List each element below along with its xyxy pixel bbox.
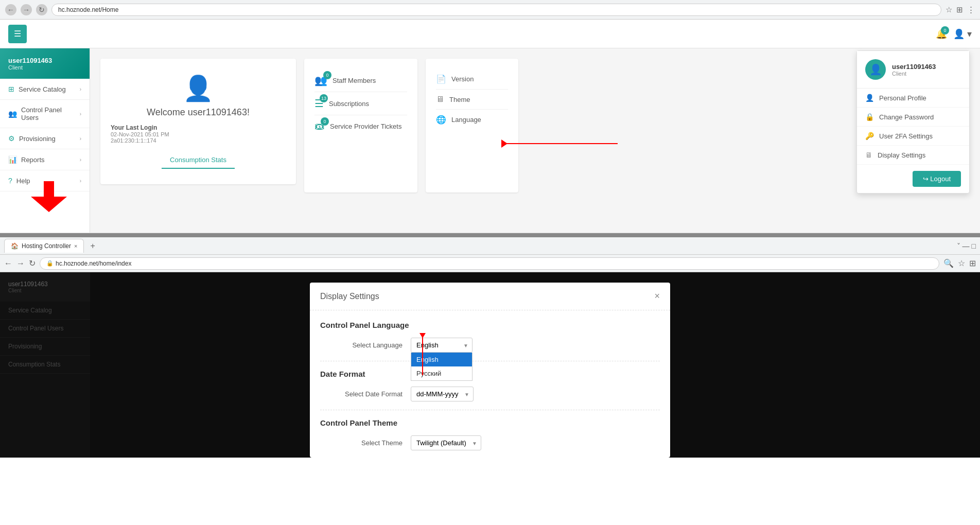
tab-hosting-controller[interactable]: 🏠 Hosting Controller × — [4, 239, 84, 253]
sidebar-item-provisioning[interactable]: ⚙ Provisioning › — [0, 128, 90, 149]
tickets-badge: 0 — [321, 117, 329, 126]
forward-button-2[interactable]: → — [16, 259, 25, 268]
screenshot-top: ☰ 🔔 0 👤 ▾ user11091463 Client ⊞ Service … — [0, 20, 980, 233]
notification-badge: 0 — [941, 26, 949, 34]
notification-button[interactable]: 🔔 0 — [936, 28, 947, 40]
consumption-stats-tab[interactable]: Consumption Stats — [162, 152, 235, 169]
extensions-icon-2[interactable]: ⊞ — [969, 258, 976, 268]
settings-item-version[interactable]: 📄 Version — [436, 69, 508, 90]
theme-select[interactable]: Twilight (Default) — [411, 435, 481, 450]
dropdown-item-2fa[interactable]: 🔑 User 2FA Settings — [857, 127, 969, 146]
refresh-button-2[interactable]: ↻ — [29, 258, 36, 268]
sidebar-label-provisioning: Provisioning — [19, 135, 56, 143]
top-nav: ☰ 🔔 0 👤 ▾ — [0, 20, 980, 48]
logout-button[interactable]: ↪ Logout — [913, 171, 961, 187]
sidebar-item-service-catalog[interactable]: ⊞ Service Catalog › — [0, 79, 90, 100]
sidebar-label-reports: Reports — [21, 156, 45, 164]
sidebar-username: user11091463 — [8, 57, 81, 64]
modal-divider-2 — [320, 410, 660, 410]
dropdown-item-personal-profile[interactable]: 👤 Personal Profile — [857, 89, 969, 108]
subscriptions-badge: 13 — [320, 94, 328, 102]
extensions-icon[interactable]: ⊞ — [956, 5, 963, 14]
browser-url-bar-2: ← → ↻ 🔒 hc.hoznode.net/home/index 🔍 ☆ ⊞ — [0, 255, 980, 272]
tab-list-button[interactable]: ˅ — [957, 242, 960, 250]
theme-field: Select Theme Twilight (Default) ▼ — [320, 435, 660, 450]
display-settings-modal: Display Settings × Control Panel Languag… — [310, 283, 670, 458]
tickets-label: Service Provider Tickets — [330, 122, 401, 130]
user-dropdown-role: Client — [892, 71, 936, 77]
main-content: 👤 Welcome user11091463! Your Last Login … — [90, 48, 980, 233]
last-login-date: 02-Nov-2021 05:01 PM — [111, 131, 286, 137]
date-section-title: Date Format — [320, 370, 660, 378]
url-bar[interactable]: hc.hoznode.net/Home — [51, 4, 941, 16]
settings-item-theme[interactable]: 🖥 Theme — [436, 90, 508, 110]
date-select-wrapper: dd-MMM-yyyy ▼ — [411, 387, 474, 401]
sidebar-item-control-panel-users[interactable]: 👥 Control Panel Users › — [0, 100, 90, 128]
subscriptions-icon: ☰ 13 — [314, 97, 324, 110]
settings-card: 📄 Version 🖥 Theme 🌐 Language — [426, 59, 518, 192]
logout-label: Logout — [930, 175, 951, 183]
zoom-icon[interactable]: 🔍 — [943, 258, 954, 268]
date-format-select[interactable]: dd-MMM-yyyy — [411, 387, 474, 401]
bookmark-icon[interactable]: ☆ — [946, 5, 952, 14]
staff-badge: 0 — [323, 71, 331, 79]
user-dropdown-avatar: 👤 — [865, 59, 886, 80]
settings-label-version: Version — [451, 75, 474, 83]
change-password-icon: 🔒 — [865, 113, 874, 121]
dropdown-item-display-settings[interactable]: 🖥 Display Settings — [857, 146, 969, 165]
tab-label: Hosting Controller — [22, 242, 71, 250]
screenshot-bottom: user11091463 Client Service Catalog Cont… — [0, 272, 980, 458]
hamburger-button[interactable]: ☰ — [8, 25, 27, 43]
language-select[interactable]: English Русский — [411, 338, 472, 353]
2fa-icon: 🔑 — [865, 132, 874, 140]
settings-item-language[interactable]: 🌐 Language — [436, 110, 508, 130]
menu-icon[interactable]: ⋮ — [967, 5, 975, 14]
modal-header: Display Settings × — [310, 283, 670, 310]
sidebar-label-help: Help — [16, 177, 30, 185]
browser-chrome-2: 🏠 Hosting Controller × + ˅ — □ — [0, 237, 980, 255]
back-button[interactable]: ← — [5, 4, 16, 15]
user-menu-button[interactable]: 👤 ▾ — [953, 28, 972, 40]
last-login-section: Your Last Login 02-Nov-2021 05:01 PM 2a0… — [111, 124, 286, 144]
url-field-2[interactable]: 🔒 hc.hoznode.net/home/index — [40, 257, 939, 270]
theme-label: Select Theme — [320, 439, 402, 447]
help-icon: ? — [8, 177, 12, 185]
sidebar-user-section: user11091463 Client — [0, 48, 90, 79]
personal-profile-icon: 👤 — [865, 94, 874, 102]
dropdown-option-russian[interactable]: Русский — [411, 366, 472, 380]
sidebar: user11091463 Client ⊞ Service Catalog › … — [0, 48, 90, 233]
last-login-label: Your Last Login — [111, 124, 286, 131]
sidebar-item-reports[interactable]: 📊 Reports › — [0, 149, 90, 170]
display-settings-icon: 🖥 — [865, 151, 872, 159]
maximize-button[interactable]: □ — [972, 242, 976, 250]
dropdown-item-change-password[interactable]: 🔒 Change Password — [857, 108, 969, 127]
url-lock-icon: 🔒 — [46, 260, 54, 267]
language-label: Select Language — [320, 341, 402, 349]
modal-close-button[interactable]: × — [654, 291, 660, 302]
browser-chrome-top: ← → ↻ hc.hoznode.net/Home ☆ ⊞ ⋮ — [0, 0, 980, 20]
new-tab-button[interactable]: + — [86, 239, 99, 253]
quick-item-subscriptions[interactable]: ☰ 13 Subscriptions — [314, 92, 407, 115]
back-button-2[interactable]: ← — [4, 259, 12, 268]
welcome-avatar-icon: 👤 — [111, 74, 286, 103]
logout-section: ↪ Logout — [857, 165, 969, 193]
user-dropdown-header: 👤 user11091463 Client — [857, 51, 969, 89]
personal-profile-label: Personal Profile — [879, 94, 926, 102]
refresh-button[interactable]: ↻ — [36, 4, 47, 15]
sidebar-item-help[interactable]: ? Help › — [0, 170, 90, 191]
minimize-button[interactable]: — — [962, 242, 970, 250]
bookmark-icon-2[interactable]: ☆ — [958, 258, 965, 268]
forward-button[interactable]: → — [21, 4, 32, 15]
hamburger-icon: ☰ — [14, 29, 21, 39]
url-text-2: hc.hoznode.net/home/index — [56, 260, 131, 267]
modal-body: Control Panel Language Select Language E… — [310, 310, 670, 458]
language-field: Select Language English Русский ▼ Englis… — [320, 338, 660, 353]
quick-item-staff[interactable]: 👥 0 Staff Members — [314, 69, 407, 92]
browser-icons: ☆ ⊞ ⋮ — [946, 5, 975, 14]
welcome-text: Welcome user11091463! — [111, 107, 286, 118]
dropdown-option-english[interactable]: English — [411, 353, 472, 366]
tab-close-button[interactable]: × — [74, 243, 77, 249]
language-section-title: Control Panel Language — [320, 321, 660, 329]
quick-item-tickets[interactable]: 🎟 0 Service Provider Tickets — [314, 115, 407, 137]
chevron-right-icon-2: › — [80, 111, 81, 117]
